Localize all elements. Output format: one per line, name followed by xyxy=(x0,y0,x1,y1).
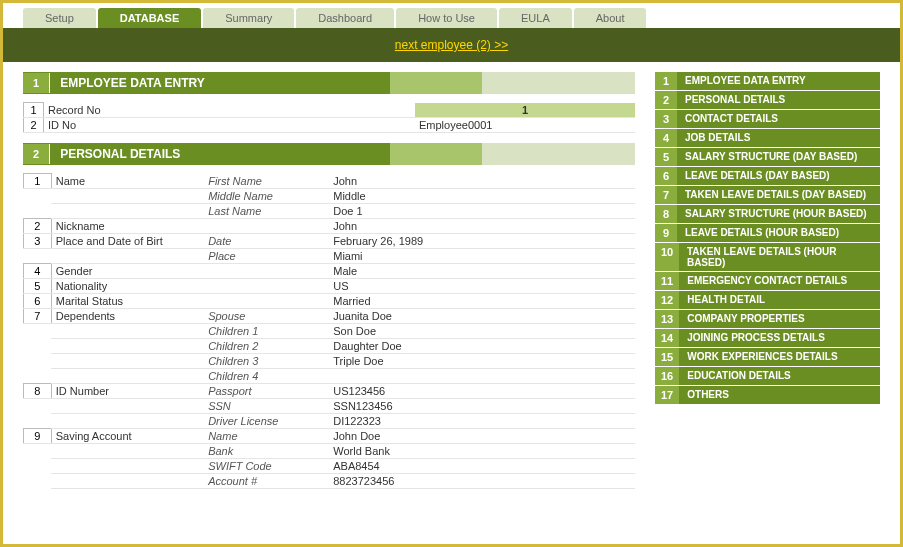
nav-item-3[interactable]: 3CONTACT DETAILS xyxy=(655,110,880,128)
field-value[interactable]: Employee0001 xyxy=(415,118,635,133)
field-label: ID Number xyxy=(51,384,204,399)
section-2-title: PERSONAL DETAILS xyxy=(50,143,635,165)
field-value[interactable]: SSN123456 xyxy=(329,399,635,414)
table-row: Account #8823723456 xyxy=(24,474,636,489)
field-value[interactable]: Triple Doe xyxy=(329,354,635,369)
sub-label: Place xyxy=(204,249,329,264)
field-value[interactable]: 8823723456 xyxy=(329,474,635,489)
tab-eula[interactable]: EULA xyxy=(499,8,572,28)
nav-label: PERSONAL DETAILS xyxy=(677,91,793,109)
table-row: 8ID NumberPassportUS123456 xyxy=(24,384,636,399)
field-value[interactable]: Juanita Doe xyxy=(329,309,635,324)
sub-label xyxy=(204,279,329,294)
field-label: Dependents xyxy=(51,309,204,324)
field-value[interactable]: DI122323 xyxy=(329,414,635,429)
field-value[interactable]: John Doe xyxy=(329,429,635,444)
section-1-table: 1Record No12ID NoEmployee0001 xyxy=(23,102,635,133)
nav-num: 2 xyxy=(655,91,677,109)
field-value[interactable]: Middle xyxy=(329,189,635,204)
tab-database[interactable]: DATABASE xyxy=(98,8,201,28)
section-1-header: 1 EMPLOYEE DATA ENTRY xyxy=(23,72,635,94)
table-row: 4GenderMale xyxy=(24,264,636,279)
field-value[interactable]: 1 xyxy=(415,103,635,118)
nav-item-14[interactable]: 14JOINING PROCESS DETAILS xyxy=(655,329,880,347)
row-num xyxy=(24,444,52,459)
table-row: Children 2Daughter Doe xyxy=(24,339,636,354)
row-num: 1 xyxy=(24,103,44,118)
row-num: 3 xyxy=(24,234,52,249)
section-2-header: 2 PERSONAL DETAILS xyxy=(23,143,635,165)
nav-label: OTHERS xyxy=(679,386,737,404)
main-form: 1 EMPLOYEE DATA ENTRY 1Record No12ID NoE… xyxy=(23,72,635,489)
field-value[interactable]: Miami xyxy=(329,249,635,264)
section-2-num: 2 xyxy=(23,144,50,164)
nav-label: COMPANY PROPERTIES xyxy=(679,310,812,328)
next-employee-link[interactable]: next employee (2) >> xyxy=(395,38,508,52)
nav-item-15[interactable]: 15WORK EXPERIENCES DETAILS xyxy=(655,348,880,366)
tab-about[interactable]: About xyxy=(574,8,647,28)
row-num xyxy=(24,474,52,489)
row-num: 6 xyxy=(24,294,52,309)
nav-label: SALARY STRUCTURE (HOUR BASED) xyxy=(677,205,875,223)
field-value[interactable]: World Bank xyxy=(329,444,635,459)
sub-label: Name xyxy=(204,429,329,444)
field-label: Nationality xyxy=(51,279,204,294)
table-row: 1Record No1 xyxy=(24,103,636,118)
nav-item-4[interactable]: 4JOB DETAILS xyxy=(655,129,880,147)
row-num: 2 xyxy=(24,118,44,133)
nav-item-12[interactable]: 12HEALTH DETAIL xyxy=(655,291,880,309)
nav-item-13[interactable]: 13COMPANY PROPERTIES xyxy=(655,310,880,328)
nav-item-1[interactable]: 1EMPLOYEE DATA ENTRY xyxy=(655,72,880,90)
sub-label: Bank xyxy=(204,444,329,459)
tab-dashboard[interactable]: Dashboard xyxy=(296,8,394,28)
nav-item-10[interactable]: 10TAKEN LEAVE DETAILS (HOUR BASED) xyxy=(655,243,880,271)
table-row: 6Marital StatusMarried xyxy=(24,294,636,309)
tab-how-to-use[interactable]: How to Use xyxy=(396,8,497,28)
nav-item-6[interactable]: 6LEAVE DETAILS (DAY BASED) xyxy=(655,167,880,185)
row-num xyxy=(24,354,52,369)
field-value[interactable]: Daughter Doe xyxy=(329,339,635,354)
nav-item-8[interactable]: 8SALARY STRUCTURE (HOUR BASED) xyxy=(655,205,880,223)
field-value[interactable]: Married xyxy=(329,294,635,309)
nav-label: JOINING PROCESS DETAILS xyxy=(679,329,833,347)
field-value[interactable]: February 26, 1989 xyxy=(329,234,635,249)
nav-num: 3 xyxy=(655,110,677,128)
sub-label xyxy=(204,219,329,234)
table-row: Last NameDoe 1 xyxy=(24,204,636,219)
table-row: 9Saving AccountNameJohn Doe xyxy=(24,429,636,444)
field-value[interactable]: Doe 1 xyxy=(329,204,635,219)
field-value[interactable]: ABA8454 xyxy=(329,459,635,474)
nav-item-9[interactable]: 9LEAVE DETAILS (HOUR BASED) xyxy=(655,224,880,242)
field-label: Marital Status xyxy=(51,294,204,309)
field-value[interactable]: US xyxy=(329,279,635,294)
field-value[interactable]: John xyxy=(329,174,635,189)
field-label xyxy=(51,249,204,264)
row-num xyxy=(24,369,52,384)
nav-item-5[interactable]: 5SALARY STRUCTURE (DAY BASED) xyxy=(655,148,880,166)
field-value[interactable] xyxy=(329,369,635,384)
sub-label xyxy=(204,294,329,309)
nav-label: SALARY STRUCTURE (DAY BASED) xyxy=(677,148,865,166)
sub-label xyxy=(204,264,329,279)
field-label xyxy=(51,354,204,369)
sub-label: Driver License xyxy=(204,414,329,429)
table-row: 2NicknameJohn xyxy=(24,219,636,234)
table-row: 1NameFirst NameJohn xyxy=(24,174,636,189)
nav-item-17[interactable]: 17OTHERS xyxy=(655,386,880,404)
field-value[interactable]: US123456 xyxy=(329,384,635,399)
field-value[interactable]: Male xyxy=(329,264,635,279)
nav-num: 9 xyxy=(655,224,677,242)
field-label: Name xyxy=(51,174,204,189)
nav-item-2[interactable]: 2PERSONAL DETAILS xyxy=(655,91,880,109)
tab-setup[interactable]: Setup xyxy=(23,8,96,28)
nav-item-11[interactable]: 11EMERGENCY CONTACT DETAILS xyxy=(655,272,880,290)
field-value[interactable]: Son Doe xyxy=(329,324,635,339)
field-value[interactable]: John xyxy=(329,219,635,234)
nav-sidebar: 1EMPLOYEE DATA ENTRY2PERSONAL DETAILS3CO… xyxy=(655,72,880,489)
tab-summary[interactable]: Summary xyxy=(203,8,294,28)
nav-label: WORK EXPERIENCES DETAILS xyxy=(679,348,845,366)
nav-label: EMERGENCY CONTACT DETAILS xyxy=(679,272,855,290)
nav-item-16[interactable]: 16EDUCATION DETAILS xyxy=(655,367,880,385)
row-num: 8 xyxy=(24,384,52,399)
nav-item-7[interactable]: 7TAKEN LEAVE DETAILS (DAY BASED) xyxy=(655,186,880,204)
